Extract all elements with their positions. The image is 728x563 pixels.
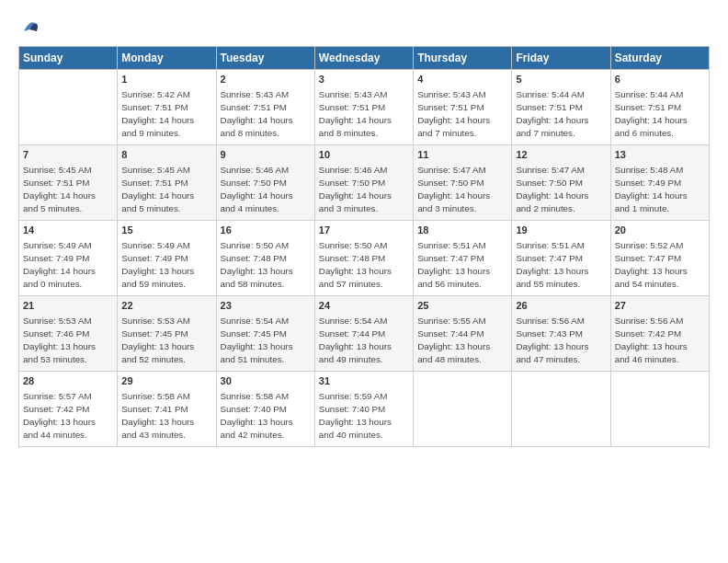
day-number: 11 (417, 148, 507, 162)
day-number: 9 (221, 148, 311, 162)
day-content: Sunrise: 5:50 AM Sunset: 7:48 PM Dayligh… (221, 239, 311, 290)
day-number: 28 (23, 374, 113, 388)
calendar-cell: 5Sunrise: 5:44 AM Sunset: 7:51 PM Daylig… (512, 70, 610, 145)
calendar-cell: 10Sunrise: 5:46 AM Sunset: 7:50 PM Dayli… (314, 145, 413, 221)
day-number: 31 (319, 374, 409, 388)
calendar-cell: 4Sunrise: 5:43 AM Sunset: 7:51 PM Daylig… (414, 70, 512, 145)
calendar-cell: 6Sunrise: 5:44 AM Sunset: 7:51 PM Daylig… (610, 70, 709, 145)
calendar-cell (610, 372, 709, 447)
day-number: 13 (615, 148, 705, 162)
header-day-monday: Monday (118, 47, 216, 70)
day-content: Sunrise: 5:47 AM Sunset: 7:50 PM Dayligh… (417, 164, 507, 214)
day-content: Sunrise: 5:58 AM Sunset: 7:40 PM Dayligh… (221, 390, 311, 441)
calendar-body: 1Sunrise: 5:42 AM Sunset: 7:51 PM Daylig… (19, 70, 710, 447)
day-number: 2 (221, 73, 311, 86)
calendar-cell: 28Sunrise: 5:57 AM Sunset: 7:42 PM Dayli… (19, 372, 118, 447)
day-number: 23 (221, 299, 311, 313)
day-content: Sunrise: 5:59 AM Sunset: 7:40 PM Dayligh… (319, 390, 409, 441)
day-number: 15 (121, 224, 211, 237)
calendar-cell: 11Sunrise: 5:47 AM Sunset: 7:50 PM Dayli… (414, 145, 512, 221)
day-content: Sunrise: 5:54 AM Sunset: 7:45 PM Dayligh… (221, 315, 311, 365)
calendar-header: SundayMondayTuesdayWednesdayThursdayFrid… (19, 47, 710, 70)
calendar-cell: 12Sunrise: 5:47 AM Sunset: 7:50 PM Dayli… (512, 145, 610, 221)
day-number: 7 (23, 148, 113, 162)
day-number: 1 (121, 73, 211, 86)
day-number: 18 (417, 224, 507, 237)
day-number: 5 (516, 73, 606, 86)
calendar-week-3: 14Sunrise: 5:49 AM Sunset: 7:49 PM Dayli… (19, 221, 710, 296)
page: SundayMondayTuesdayWednesdayThursdayFrid… (0, 0, 728, 563)
day-content: Sunrise: 5:55 AM Sunset: 7:44 PM Dayligh… (417, 315, 507, 365)
calendar-cell: 20Sunrise: 5:52 AM Sunset: 7:47 PM Dayli… (610, 221, 709, 296)
day-content: Sunrise: 5:43 AM Sunset: 7:51 PM Dayligh… (221, 88, 311, 139)
calendar-table: SundayMondayTuesdayWednesdayThursdayFrid… (18, 46, 710, 447)
day-number: 20 (615, 224, 705, 237)
day-content: Sunrise: 5:57 AM Sunset: 7:42 PM Dayligh… (23, 390, 113, 441)
calendar-week-5: 28Sunrise: 5:57 AM Sunset: 7:42 PM Dayli… (19, 372, 710, 447)
day-number: 4 (417, 73, 507, 86)
calendar-cell: 25Sunrise: 5:55 AM Sunset: 7:44 PM Dayli… (414, 296, 512, 372)
day-number: 21 (23, 299, 113, 313)
calendar-cell (414, 372, 512, 447)
calendar-cell: 24Sunrise: 5:54 AM Sunset: 7:44 PM Dayli… (314, 296, 413, 372)
calendar-cell: 21Sunrise: 5:53 AM Sunset: 7:46 PM Dayli… (19, 296, 118, 372)
day-content: Sunrise: 5:53 AM Sunset: 7:45 PM Dayligh… (121, 315, 211, 365)
day-content: Sunrise: 5:47 AM Sunset: 7:50 PM Dayligh… (516, 164, 606, 214)
day-content: Sunrise: 5:53 AM Sunset: 7:46 PM Dayligh… (23, 315, 113, 365)
day-number: 12 (516, 148, 606, 162)
day-content: Sunrise: 5:58 AM Sunset: 7:41 PM Dayligh… (121, 390, 211, 441)
day-number: 22 (121, 299, 211, 313)
day-content: Sunrise: 5:50 AM Sunset: 7:48 PM Dayligh… (319, 239, 409, 290)
day-content: Sunrise: 5:56 AM Sunset: 7:43 PM Dayligh… (516, 315, 606, 365)
day-content: Sunrise: 5:56 AM Sunset: 7:42 PM Dayligh… (615, 315, 705, 365)
day-number: 19 (516, 224, 606, 237)
calendar-cell: 29Sunrise: 5:58 AM Sunset: 7:41 PM Dayli… (118, 372, 216, 447)
calendar-cell: 22Sunrise: 5:53 AM Sunset: 7:45 PM Dayli… (118, 296, 216, 372)
calendar-week-2: 7Sunrise: 5:45 AM Sunset: 7:51 PM Daylig… (19, 145, 710, 221)
calendar-week-1: 1Sunrise: 5:42 AM Sunset: 7:51 PM Daylig… (19, 70, 710, 145)
calendar-cell: 7Sunrise: 5:45 AM Sunset: 7:51 PM Daylig… (19, 145, 118, 221)
calendar-cell: 16Sunrise: 5:50 AM Sunset: 7:48 PM Dayli… (216, 221, 314, 296)
header-day-wednesday: Wednesday (314, 47, 413, 70)
day-content: Sunrise: 5:49 AM Sunset: 7:49 PM Dayligh… (23, 239, 113, 290)
day-number: 24 (319, 299, 409, 313)
day-content: Sunrise: 5:43 AM Sunset: 7:51 PM Dayligh… (319, 88, 409, 139)
day-number: 16 (221, 224, 311, 237)
calendar-cell: 19Sunrise: 5:51 AM Sunset: 7:47 PM Dayli… (512, 221, 610, 296)
day-content: Sunrise: 5:49 AM Sunset: 7:49 PM Dayligh… (121, 239, 211, 290)
day-content: Sunrise: 5:44 AM Sunset: 7:51 PM Dayligh… (615, 88, 705, 139)
calendar-cell: 2Sunrise: 5:43 AM Sunset: 7:51 PM Daylig… (216, 70, 314, 145)
day-number: 17 (319, 224, 409, 237)
calendar-header-row: SundayMondayTuesdayWednesdayThursdayFrid… (19, 47, 710, 70)
day-number: 29 (121, 374, 211, 388)
day-number: 30 (221, 374, 311, 388)
header-day-thursday: Thursday (414, 47, 512, 70)
calendar-cell (19, 70, 118, 145)
day-content: Sunrise: 5:46 AM Sunset: 7:50 PM Dayligh… (221, 164, 311, 214)
header-day-friday: Friday (512, 47, 610, 70)
calendar-cell: 23Sunrise: 5:54 AM Sunset: 7:45 PM Dayli… (216, 296, 314, 372)
calendar-cell (512, 372, 610, 447)
logo (18, 17, 40, 39)
day-content: Sunrise: 5:54 AM Sunset: 7:44 PM Dayligh… (319, 315, 409, 365)
calendar-cell: 13Sunrise: 5:48 AM Sunset: 7:49 PM Dayli… (610, 145, 709, 221)
header-day-sunday: Sunday (19, 47, 118, 70)
day-content: Sunrise: 5:42 AM Sunset: 7:51 PM Dayligh… (121, 88, 211, 139)
calendar-cell: 26Sunrise: 5:56 AM Sunset: 7:43 PM Dayli… (512, 296, 610, 372)
day-number: 14 (23, 224, 113, 237)
day-content: Sunrise: 5:48 AM Sunset: 7:49 PM Dayligh… (615, 164, 705, 214)
calendar-cell: 30Sunrise: 5:58 AM Sunset: 7:40 PM Dayli… (216, 372, 314, 447)
header (18, 17, 710, 39)
day-number: 26 (516, 299, 606, 313)
calendar-cell: 18Sunrise: 5:51 AM Sunset: 7:47 PM Dayli… (414, 221, 512, 296)
day-content: Sunrise: 5:45 AM Sunset: 7:51 PM Dayligh… (121, 164, 211, 214)
day-content: Sunrise: 5:51 AM Sunset: 7:47 PM Dayligh… (417, 239, 507, 290)
day-number: 6 (615, 73, 705, 86)
calendar-cell: 17Sunrise: 5:50 AM Sunset: 7:48 PM Dayli… (314, 221, 413, 296)
calendar-cell: 1Sunrise: 5:42 AM Sunset: 7:51 PM Daylig… (118, 70, 216, 145)
calendar-cell: 15Sunrise: 5:49 AM Sunset: 7:49 PM Dayli… (118, 221, 216, 296)
header-day-saturday: Saturday (610, 47, 709, 70)
day-number: 3 (319, 73, 409, 86)
day-content: Sunrise: 5:44 AM Sunset: 7:51 PM Dayligh… (516, 88, 606, 139)
day-content: Sunrise: 5:45 AM Sunset: 7:51 PM Dayligh… (23, 164, 113, 214)
